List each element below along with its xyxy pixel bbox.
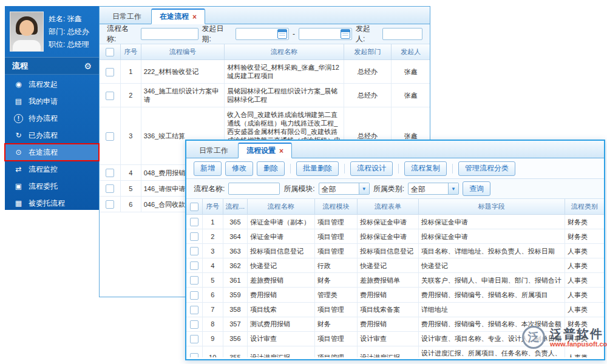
sidebar-item-completed-processes[interactable]: ↻ 已办流程 <box>5 127 99 144</box>
modify-button[interactable]: 修改 <box>225 161 253 176</box>
table-header-row: 序号 流程... 流程名称 流程模块 流程表单 标题字段 流程类别 <box>186 199 604 215</box>
cell-id: 357 <box>223 317 247 331</box>
calendar-icon[interactable] <box>341 29 350 39</box>
sidebar-item-my-applications[interactable]: ▤ 我的申请 <box>5 93 99 110</box>
col-header-name[interactable]: 流程名称 <box>248 199 315 215</box>
tab-process-settings[interactable]: 流程设置 × <box>238 143 292 158</box>
date-from-input[interactable] <box>236 29 277 39</box>
row-checkbox[interactable] <box>106 200 114 209</box>
col-header-person[interactable]: 发起人 <box>392 44 430 60</box>
cell-no: 5 <box>202 273 223 288</box>
row-checkbox[interactable] <box>190 353 198 357</box>
search-button[interactable]: 查询 <box>463 181 490 196</box>
cell-name: 保证金申请 <box>248 229 315 244</box>
manage-categories-button[interactable]: 管理流程分类 <box>458 161 515 176</box>
chevron-down-icon[interactable]: ▼ <box>448 183 458 194</box>
table-row: 6359费用报销管理类费用报销费用报销、报销编号、报销名称、所属项目人事类 <box>186 288 604 302</box>
cell-category: 人事类 <box>565 273 604 288</box>
close-icon[interactable]: × <box>192 13 197 21</box>
row-checkbox[interactable] <box>190 276 198 285</box>
col-header-id[interactable]: 流程... <box>223 199 247 215</box>
calendar-icon[interactable] <box>277 29 287 39</box>
process-name-label: 流程名称: <box>194 184 225 194</box>
cell-id: 359 <box>223 288 247 302</box>
gear-icon[interactable]: ⚙ <box>84 61 92 71</box>
row-checkbox[interactable] <box>190 247 198 255</box>
col-header-no[interactable]: 序号 <box>120 44 141 60</box>
module-select[interactable]: 全部 ▼ <box>319 183 370 195</box>
cell-name: 材料验收登记_材料采购_张鑫_华润12城房建工程项目 <box>225 60 344 84</box>
row-checkbox[interactable] <box>106 92 114 100</box>
cell-dept: 总经办 <box>344 60 391 84</box>
cell-no: 9 <box>202 331 223 346</box>
process-name-input[interactable] <box>228 183 280 195</box>
row-checkbox[interactable] <box>190 291 198 300</box>
row-checkbox[interactable] <box>106 169 114 177</box>
sidebar-item-process-monitor[interactable]: ⇄ 流程监控 <box>5 161 99 178</box>
process-design-button[interactable]: 流程设计 <box>350 161 393 176</box>
cell-checkbox <box>100 84 120 107</box>
cell-checkbox <box>186 215 202 229</box>
cell-module: 财务 <box>314 273 357 288</box>
cell-checkbox <box>186 244 202 258</box>
select-all-checkbox[interactable] <box>106 48 114 56</box>
process-copy-button[interactable]: 流程复制 <box>404 161 447 176</box>
col-header-form[interactable]: 流程表单 <box>358 199 419 215</box>
sidebar-item-process-initiate[interactable]: ◉ 流程发起 <box>5 76 99 93</box>
cell-id: 364 <box>223 229 247 244</box>
row-checkbox[interactable] <box>106 132 114 141</box>
sidebar-item-delegated-processes[interactable]: ▦ 被委托流程 <box>5 195 99 212</box>
row-checkbox[interactable] <box>190 320 198 329</box>
monitor-icon: ⇄ <box>14 165 23 174</box>
add-button[interactable]: 新增 <box>194 161 222 176</box>
select-all-checkbox[interactable] <box>190 203 198 211</box>
row-checkbox[interactable] <box>190 218 198 226</box>
row-checkbox[interactable] <box>190 232 198 241</box>
tab-daily-work[interactable]: 日常工作 <box>191 144 236 158</box>
category-select[interactable]: 全部 ▼ <box>408 183 459 195</box>
batch-delete-button[interactable]: 批量删除 <box>296 161 339 176</box>
sidebar-item-label: 被委托流程 <box>29 198 65 209</box>
sidebar-item-in-transit-processes[interactable]: ⊙ 在途流程 <box>5 144 99 161</box>
cell-checkbox <box>100 107 120 165</box>
cell-checkbox <box>186 346 202 357</box>
col-header-name[interactable]: 流程名称 <box>225 44 344 60</box>
date-to-input[interactable] <box>299 29 341 39</box>
col-header-module[interactable]: 流程模块 <box>314 199 357 215</box>
row-checkbox[interactable] <box>190 335 198 343</box>
cell-checkbox <box>100 181 120 197</box>
cell-form: 快递登记 <box>358 258 419 273</box>
cell-checkbox <box>186 317 202 331</box>
tab-in-transit[interactable]: 在途流程 × <box>151 8 205 24</box>
sidebar-item-pending-processes[interactable]: ! 待办流程 <box>5 110 99 127</box>
row-checkbox[interactable] <box>106 68 114 76</box>
row-checkbox[interactable] <box>190 306 198 314</box>
sidebar-item-process-delegate[interactable]: ▣ 流程委托 <box>5 178 99 195</box>
col-header-title-fields[interactable]: 标题字段 <box>418 199 565 215</box>
cell-no: 4 <box>202 258 223 273</box>
col-header-category[interactable]: 流程类别 <box>565 199 604 215</box>
user-profile: 姓名: 张鑫 部门: 总经办 职位: 总经理 <box>5 6 99 57</box>
cell-person: 张鑫 <box>392 84 430 107</box>
tab-daily-work[interactable]: 日常工作 <box>104 10 149 24</box>
select-all-header <box>100 44 120 60</box>
module-label: 所属模块: <box>283 184 314 194</box>
row-checkbox[interactable] <box>106 184 114 193</box>
cell-fields: 费用报销、报销编号、报销名称、所属项目 <box>418 288 565 302</box>
col-header-code[interactable]: 流程编号 <box>141 44 225 60</box>
process-name-input[interactable] <box>141 28 198 40</box>
select-all-header <box>186 199 202 215</box>
initiator-input[interactable] <box>382 28 422 40</box>
cell-name: 项目线索 <box>248 302 315 317</box>
chevron-down-icon[interactable]: ▼ <box>359 183 369 194</box>
delete-button[interactable]: 删除 <box>257 161 285 176</box>
col-header-no[interactable]: 序号 <box>202 199 223 215</box>
row-checkbox[interactable] <box>190 261 198 270</box>
close-icon[interactable]: × <box>279 147 283 155</box>
cell-category: 人事类 <box>565 288 604 302</box>
sidebar-item-label: 待办流程 <box>29 113 58 124</box>
col-header-dept[interactable]: 发起部门 <box>344 44 391 60</box>
cell-name: 保证金申请（副本） <box>248 215 315 229</box>
sidebar-item-label: 已办流程 <box>29 130 58 141</box>
cell-form: 设计审查 <box>358 331 419 346</box>
